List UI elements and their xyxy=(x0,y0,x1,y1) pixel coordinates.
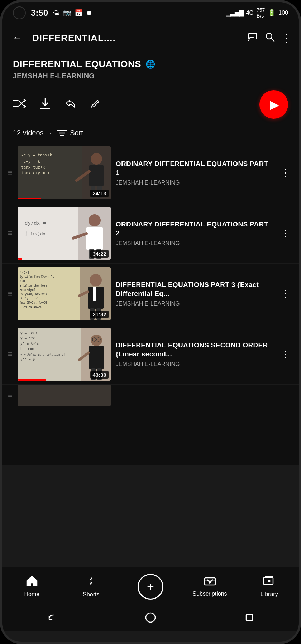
drag-handle: ≡ xyxy=(8,350,13,359)
speed-indicator: 757B/s xyxy=(257,7,265,19)
create-button[interactable]: + xyxy=(138,574,163,600)
shorts-label: Shorts xyxy=(83,591,99,598)
video-menu-button-1[interactable]: ⋮ xyxy=(278,166,293,180)
video-menu-button-2[interactable]: ⋮ xyxy=(278,226,293,240)
sort-label: Sort xyxy=(70,129,83,137)
video-menu-button-3[interactable]: ⋮ xyxy=(278,287,293,301)
progress-bar-2 xyxy=(18,258,22,260)
globe-icon: 🌐 xyxy=(145,60,156,69)
list-item[interactable]: ≡ -c+y = tanx+k -c+y = k tanx+tuz+k tanx… xyxy=(2,143,299,203)
play-all-icon: ▶ xyxy=(270,97,279,112)
download-icon xyxy=(40,98,50,112)
svg-text:∫ f(x)dx: ∫ f(x)dx xyxy=(25,231,46,236)
playlist-channel: JEMSHAH E-LEARNING xyxy=(13,72,288,80)
video-channel-3: JEMSHAH E-LEARNING xyxy=(116,301,272,307)
cast-button[interactable] xyxy=(248,33,258,43)
nav-create[interactable]: + xyxy=(133,574,168,600)
drag-handle: ≡ xyxy=(8,168,13,177)
thumbnail-4: y = 3x+k y = e^x y' = Ae^x Let m=m y = A… xyxy=(18,328,111,381)
video-duration-2: 34:22 xyxy=(90,250,108,258)
top-nav: ← DIFFERENTIAL.... ⋮ xyxy=(2,24,299,52)
home-icon xyxy=(26,576,38,589)
video-title-1: ORDINARY DIFFERENTIAL EQUATIONS PART 1 xyxy=(116,160,272,177)
svg-text:→ 2M 2N 4x=50: → 2M 2N 4x=50 xyxy=(20,306,42,309)
edit-icon xyxy=(90,98,100,111)
svg-text:y = 3x+k: y = 3x+k xyxy=(20,331,37,335)
drag-handle: ≡ xyxy=(8,391,13,400)
download-button[interactable] xyxy=(40,98,50,112)
svg-rect-75 xyxy=(246,614,253,621)
search-button[interactable] xyxy=(265,32,275,44)
svg-text:tanx+c+y = k: tanx+c+y = k xyxy=(21,171,50,175)
video-menu-button-4[interactable]: ⋮ xyxy=(278,347,293,361)
video-info-4: DIFFERENTIAL EQUATIONS SECOND ORDER {Lin… xyxy=(116,341,273,367)
status-time: 3:50 xyxy=(31,8,48,18)
more-options-button[interactable]: ⋮ xyxy=(281,32,292,44)
battery-level: 100 xyxy=(278,10,288,16)
instagram-icon: 📷 xyxy=(63,9,71,17)
battery-icon: 🔋 xyxy=(268,9,276,17)
calendar-icon: 📅 xyxy=(75,9,82,17)
drag-handle: ≡ xyxy=(8,289,13,298)
svg-point-74 xyxy=(146,613,155,622)
thumbnail-2: dy/dx = ∫ f(x)dx 34:22 xyxy=(18,207,111,260)
sort-button[interactable]: Sort xyxy=(57,129,83,137)
nav-title: DIFFERENTIAL.... xyxy=(32,33,241,44)
list-item[interactable]: ≡ y = 3x+k y = e^x y' = Ae^x Let m=m y =… xyxy=(2,324,299,385)
subscriptions-icon xyxy=(204,576,216,589)
video-channel-2: JEMSHAH E-LEARNING xyxy=(116,240,272,247)
edit-button[interactable] xyxy=(90,98,100,111)
svg-point-17 xyxy=(91,153,102,165)
thumbnail-1: -c+y = tanx+k -c+y = k tanx+tuz+k tanx+c… xyxy=(18,146,111,199)
svg-text:y = e^x: y = e^x xyxy=(20,336,35,340)
nav-home[interactable]: Home xyxy=(14,576,50,597)
nav-actions: ⋮ xyxy=(248,32,292,44)
video-channel-1: JEMSHAH E-LEARNING xyxy=(116,180,272,186)
gesture-recent-button[interactable] xyxy=(244,612,255,625)
gesture-home-button[interactable] xyxy=(145,612,156,625)
svg-text:4mx 2M=2N, 4x=50: 4mx 2M=2N, 4x=50 xyxy=(20,301,47,304)
status-right: ▁▃▅▇ 4G 757B/s 🔋 100 xyxy=(226,7,288,19)
library-icon xyxy=(263,576,275,589)
list-item[interactable]: ≡ dy/dx = ∫ f(x)dx xyxy=(2,203,299,264)
svg-text:tanx+tuz+k: tanx+tuz+k xyxy=(21,165,45,170)
video-title-4: DIFFERENTIAL EQUATIONS SECOND ORDER {Lin… xyxy=(116,341,272,358)
svg-text:y' = Ae^x: y' = Ae^x xyxy=(20,342,39,346)
sort-icon xyxy=(57,129,67,137)
record-icon: ⏺ xyxy=(86,9,92,17)
home-label: Home xyxy=(24,591,39,597)
playlist-title-text: DIFFERENTIAL EQUATIONS xyxy=(13,59,141,70)
sort-bar: 12 videos · Sort xyxy=(2,125,299,143)
svg-text:S 13 in the form: S 13 in the form xyxy=(20,284,47,287)
svg-text:-c+y = tanx+k: -c+y = tanx+k xyxy=(21,153,52,157)
share-button[interactable] xyxy=(64,98,75,111)
svg-text:3x²y+4x, Nx=3x²+: 3x²y+4x, Nx=3x²+ xyxy=(20,293,47,296)
separator: · xyxy=(49,129,52,137)
gesture-back-button[interactable] xyxy=(46,612,57,625)
video-info-1: ORDINARY DIFFERENTIAL EQUATIONS PART 1 J… xyxy=(116,160,273,186)
svg-text:y = Ae^αx is a solution of: y = Ae^αx is a solution of xyxy=(20,353,65,356)
nav-shorts[interactable]: Shorts xyxy=(73,575,109,598)
list-item[interactable]: ≡ 4·D·E 4y²=4(x+1)x+(2x³)+3y 4·0 S 13 in… xyxy=(2,264,299,324)
thumbnail-5 xyxy=(18,385,111,406)
list-item[interactable]: ≡ xyxy=(2,385,299,406)
weather-icon: 🌤 xyxy=(53,9,59,17)
svg-text:4·D·E: 4·D·E xyxy=(20,271,29,274)
status-left: 3:50 🌤 📷 📅 ⏺ xyxy=(13,6,92,19)
back-button[interactable]: ← xyxy=(9,29,25,47)
nav-library[interactable]: Library xyxy=(251,576,287,597)
drag-handle: ≡ xyxy=(8,229,13,238)
svg-rect-67 xyxy=(18,385,111,406)
svg-line-3 xyxy=(271,38,274,41)
video-title-3: DIFFERENTIAL EQUATIONS PART 3 {Exact Dif… xyxy=(116,280,272,298)
play-all-button[interactable]: ▶ xyxy=(259,90,288,119)
thumbnail-3: 4·D·E 4y²=4(x+1)x+(2x³)+3y 4·0 S 13 in t… xyxy=(18,267,111,320)
nav-subscriptions[interactable]: Subscriptions xyxy=(192,576,228,597)
svg-point-1 xyxy=(248,40,249,41)
svg-text:y'' = 0: y'' = 0 xyxy=(20,357,35,361)
library-label: Library xyxy=(261,591,278,597)
signal-bars: ▁▃▅▇ xyxy=(226,9,243,17)
progress-bar-4 xyxy=(18,379,46,381)
shuffle-button[interactable] xyxy=(13,98,26,111)
gesture-bar xyxy=(2,606,299,631)
